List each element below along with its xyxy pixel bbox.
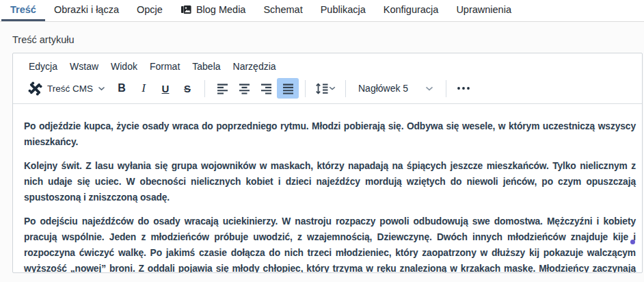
tab-label: Publikacja	[321, 4, 366, 15]
menu-widok[interactable]: Widok	[105, 58, 144, 75]
editor-menubar: Edycja Wstaw Widok Format Tabela Narzędz…	[13, 53, 642, 76]
tab-label: Konfiguracja	[384, 4, 439, 15]
toolbar-separator	[446, 80, 446, 97]
field-label-article-content: Treść artykułu	[12, 34, 644, 45]
article-form-body: Treść artykułu Edycja Wstaw Widok Format…	[0, 22, 644, 282]
tab-label: Obrazki i łącza	[54, 4, 119, 15]
tab-tresc[interactable]: Treść	[1, 0, 45, 21]
more-toolbar-items-button[interactable]	[453, 78, 474, 99]
tab-publikacja[interactable]: Publikacja	[312, 0, 375, 21]
chevron-down-icon	[425, 86, 433, 91]
align-center-icon	[238, 82, 251, 95]
align-right-button[interactable]	[255, 78, 277, 99]
tab-schemat[interactable]: Schemat	[254, 0, 311, 21]
tab-label: Uprawnienia	[456, 4, 511, 15]
editor-toolbar: Treść CMS B I U S	[13, 76, 642, 104]
align-justify-button[interactable]	[277, 78, 299, 99]
align-right-icon	[260, 82, 273, 95]
presence-dot-indicator	[630, 240, 635, 244]
format-select-value: Nagłówek 5	[358, 83, 408, 94]
menu-wstaw[interactable]: Wstaw	[64, 58, 105, 75]
align-center-button[interactable]	[233, 78, 255, 99]
menu-tabela[interactable]: Tabela	[186, 58, 226, 75]
tab-konfiguracja[interactable]: Konfiguracja	[375, 0, 448, 21]
content-paragraph: Kolejny świt. Z lasu wyłania się grupa w…	[24, 158, 636, 205]
tab-obrazki-i-lacza[interactable]: Obrazki i łącza	[45, 0, 128, 21]
bold-button[interactable]: B	[111, 78, 133, 99]
menu-format[interactable]: Format	[144, 58, 186, 75]
cms-button-label: Treść CMS	[47, 84, 93, 94]
tab-uprawnienia[interactable]: Uprawnienia	[447, 0, 520, 21]
align-justify-icon	[282, 82, 295, 95]
tab-label: Blog Media	[196, 4, 246, 15]
rich-text-editor: Edycja Wstaw Widok Format Tabela Narzędz…	[12, 53, 643, 273]
chevron-down-icon	[98, 86, 105, 91]
tab-opcje[interactable]: Opcje	[128, 0, 172, 21]
toolbar-separator	[305, 80, 306, 97]
blog-media-icon	[180, 5, 191, 15]
menu-narzedzia[interactable]: Narzędzia	[227, 58, 282, 75]
ellipsis-icon	[456, 86, 471, 90]
tab-bar: Treść Obrazki i łącza Opcje Blog Media S…	[0, 0, 644, 22]
line-height-button[interactable]	[312, 78, 339, 99]
tab-label: Opcje	[137, 4, 163, 15]
toolbar-separator	[345, 80, 346, 97]
italic-button[interactable]: I	[133, 78, 155, 99]
content-paragraph: Po odjeździe kupca, życie osady wraca do…	[24, 118, 636, 150]
align-left-button[interactable]	[211, 78, 233, 99]
underline-button[interactable]: U	[155, 78, 176, 99]
editor-content-area[interactable]: Po odjeździe kupca, życie osady wraca do…	[13, 104, 642, 273]
strikethrough-button[interactable]: S	[176, 78, 198, 99]
tab-label: Schemat	[263, 4, 302, 15]
toolbar-separator	[204, 80, 205, 97]
tab-label: Treść	[10, 4, 36, 15]
chevron-down-icon	[329, 86, 336, 90]
align-left-icon	[216, 82, 229, 95]
content-paragraph: Po odejściu najeźdźców do osady wracają …	[24, 214, 636, 273]
menu-edycja[interactable]: Edycja	[23, 58, 64, 75]
cms-content-dropdown-button[interactable]: Treść CMS	[23, 78, 111, 99]
tab-blog-media[interactable]: Blog Media	[172, 0, 255, 21]
paragraph-format-select[interactable]: Nagłówek 5	[352, 78, 440, 99]
joomla-logo-icon	[28, 81, 42, 96]
line-height-icon	[315, 82, 329, 95]
